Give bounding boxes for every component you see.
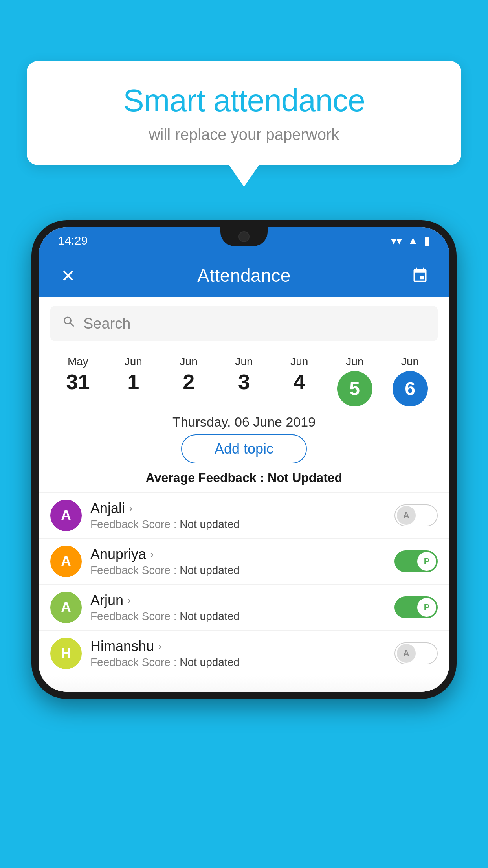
student-name: Arjun ›	[90, 592, 386, 609]
student-avatar: A	[50, 592, 82, 623]
date-day: 3	[238, 371, 250, 392]
date-month: Jun	[290, 355, 308, 368]
toggle-absent[interactable]: A	[394, 642, 438, 664]
student-avatar: A	[50, 500, 82, 531]
toggle-present[interactable]: P	[394, 550, 438, 572]
date-day: 31	[66, 371, 90, 392]
date-month: May	[68, 355, 88, 368]
selected-date: Thursday, 06 June 2019	[39, 406, 449, 434]
phone-camera	[238, 231, 250, 242]
date-month: Jun	[346, 355, 363, 368]
date-month: Jun	[125, 355, 142, 368]
app-bar: ✕ Attendance	[39, 254, 449, 297]
avg-feedback-label: Average Feedback :	[146, 471, 268, 485]
status-icons: ▾▾ ▲ ▮	[391, 234, 430, 247]
date-day: 1	[127, 371, 139, 392]
student-info: Arjun ›Feedback Score : Not updated	[90, 592, 386, 623]
date-row: May31Jun1Jun2Jun3Jun4Jun5Jun6	[39, 350, 449, 406]
chevron-icon: ›	[127, 594, 131, 607]
date-day: 2	[183, 371, 194, 392]
speech-bubble: Smart attendance will replace your paper…	[27, 61, 461, 165]
calendar-button[interactable]	[406, 262, 434, 289]
student-avatar: A	[50, 546, 82, 577]
student-list: AAnjali ›Feedback Score : Not updatedAAA…	[39, 492, 449, 676]
student-feedback: Feedback Score : Not updated	[90, 518, 386, 531]
date-col[interactable]: Jun2	[161, 355, 216, 392]
chevron-icon: ›	[150, 548, 154, 561]
date-month: Jun	[401, 355, 419, 368]
student-item[interactable]: AAnupriya ›Feedback Score : Not updatedP	[39, 538, 449, 584]
avg-feedback-value: Not Updated	[268, 471, 342, 485]
toggle-knob: A	[397, 506, 416, 525]
date-circle-blue[interactable]: 6	[393, 371, 428, 406]
phone-notch	[220, 227, 268, 246]
speech-subtitle: will replace your paperwork	[50, 126, 438, 143]
battery-icon: ▮	[424, 234, 430, 247]
phone-screen: 14:29 ▾▾ ▲ ▮ ✕ Attendance	[39, 227, 449, 692]
app-bar-title: Attendance	[197, 265, 291, 286]
bottom-fade	[39, 676, 449, 692]
date-col[interactable]: Jun3	[216, 355, 272, 392]
student-feedback: Feedback Score : Not updated	[90, 656, 386, 669]
student-info: Anupriya ›Feedback Score : Not updated	[90, 546, 386, 577]
date-col[interactable]: Jun6	[382, 355, 438, 406]
student-name: Himanshu ›	[90, 638, 386, 655]
status-time: 14:29	[58, 234, 88, 247]
student-item[interactable]: HHimanshu ›Feedback Score : Not updatedA	[39, 630, 449, 676]
student-info: Himanshu ›Feedback Score : Not updated	[90, 638, 386, 669]
toggle-knob: P	[417, 552, 436, 571]
phone-wrapper: 14:29 ▾▾ ▲ ▮ ✕ Attendance	[31, 220, 457, 868]
add-topic-button[interactable]: Add topic	[181, 434, 307, 463]
avg-feedback: Average Feedback : Not Updated	[39, 471, 449, 492]
date-col[interactable]: Jun4	[272, 355, 327, 392]
toggle-present[interactable]: P	[394, 596, 438, 618]
date-day: 4	[294, 371, 305, 392]
search-icon	[62, 315, 76, 333]
student-feedback: Feedback Score : Not updated	[90, 610, 386, 623]
student-feedback: Feedback Score : Not updated	[90, 564, 386, 577]
speech-title: Smart attendance	[50, 83, 438, 119]
date-col[interactable]: Jun1	[106, 355, 161, 392]
student-name: Anjali ›	[90, 500, 386, 517]
chevron-icon: ›	[129, 502, 132, 515]
student-avatar: H	[50, 638, 82, 669]
date-month: Jun	[180, 355, 198, 368]
student-item[interactable]: AArjun ›Feedback Score : Not updatedP	[39, 584, 449, 630]
wifi-icon: ▾▾	[391, 234, 402, 247]
date-circle-green[interactable]: 5	[337, 371, 372, 406]
date-col[interactable]: May31	[50, 355, 106, 392]
student-name: Anupriya ›	[90, 546, 386, 563]
signal-icon: ▲	[407, 234, 418, 247]
close-button[interactable]: ✕	[54, 262, 82, 289]
phone-frame: 14:29 ▾▾ ▲ ▮ ✕ Attendance	[31, 220, 457, 699]
student-item[interactable]: AAnjali ›Feedback Score : Not updatedA	[39, 492, 449, 538]
toggle-knob: P	[417, 598, 436, 617]
date-month: Jun	[235, 355, 253, 368]
date-col[interactable]: Jun5	[327, 355, 382, 406]
toggle-knob: A	[397, 644, 416, 663]
toggle-absent[interactable]: A	[394, 504, 438, 526]
chevron-icon: ›	[158, 640, 161, 653]
student-info: Anjali ›Feedback Score : Not updated	[90, 500, 386, 531]
search-bar[interactable]: Search	[50, 306, 438, 341]
search-placeholder: Search	[83, 315, 130, 332]
